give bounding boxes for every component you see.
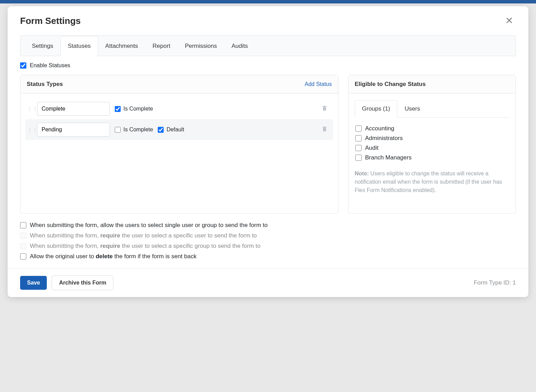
opt-require-user-label: When submitting the form, require the us… [30,232,257,239]
group-item: Audit [355,143,508,153]
text-fragment: the form if the form is sent back [113,253,197,260]
eligible-body: Groups (1) Users Accounting Administrato… [348,94,516,201]
group-list[interactable]: Accounting Administrators Audit Bra [355,124,509,163]
tab-permissions[interactable]: Permissions [178,36,224,56]
status-name-input[interactable] [37,102,110,116]
opt-allow-delete: Allow the original user to delete the fo… [20,253,516,260]
is-complete-checkbox[interactable] [115,106,121,112]
note-text: Users eligible to change the status will… [355,171,502,193]
group-item: Accounting [355,124,508,133]
main-tabs: Settings Statuses Attachments Report Per… [20,35,516,56]
text-fragment: When submitting the form, [30,243,100,249]
status-row: ⋮⋮ Is Complete Default [25,119,333,140]
opt-require-user: When submitting the form, require the us… [20,232,516,239]
text-fragment: the user to select a specific user to se… [120,232,257,239]
delete-status-button[interactable] [318,126,331,133]
text-bold: require [100,243,120,249]
status-name-input[interactable] [37,123,110,137]
enable-statuses-checkbox[interactable] [20,62,26,69]
is-complete-label: Is Complete [123,127,153,133]
opt-require-user-checkbox [20,233,26,239]
enable-statuses-label: Enable Statuses [30,62,70,69]
add-status-link[interactable]: Add Status [305,81,332,87]
eligible-card: Eligible to Change Status Groups (1) Use… [348,75,516,214]
eligible-note: Note: Users eligible to change the statu… [355,169,509,194]
tab-attachments[interactable]: Attachments [98,36,146,56]
text-bold: delete [96,253,113,260]
modal-footer: Save Archive this Form Form Type ID: 1 [8,268,528,297]
drag-handle-icon[interactable]: ⋮⋮ [27,106,32,112]
is-complete-group: Is Complete [115,127,153,133]
backdrop-top-bar [0,0,536,3]
eligible-title: Eligible to Change Status [355,81,426,88]
opt-allow-select-checkbox[interactable] [20,222,26,228]
group-checkbox[interactable] [355,125,362,132]
modal-body: Settings Statuses Attachments Report Per… [8,30,528,268]
tab-statuses[interactable]: Statuses [60,36,98,56]
opt-allow-select: When submitting the form, allow the user… [20,222,516,229]
text-bold: require [100,232,120,239]
group-item: Branch Managers [355,153,508,163]
default-group: Default [158,127,184,133]
submit-options: When submitting the form, allow the user… [20,222,516,260]
eligible-sub-tabs: Groups (1) Users [355,100,509,117]
enable-statuses-row: Enable Statuses [20,62,516,69]
status-types-card: Status Types Add Status ⋮⋮ Is Complete [20,75,338,214]
sub-tab-users[interactable]: Users [397,100,427,117]
form-type-id: Form Type ID: 1 [474,279,516,286]
save-button[interactable]: Save [20,276,47,290]
close-button[interactable]: ✕ [502,15,516,27]
opt-require-group: When submitting the form, require the us… [20,243,516,250]
close-icon: ✕ [505,15,513,26]
tab-settings[interactable]: Settings [25,36,60,56]
opt-allow-delete-checkbox[interactable] [20,253,26,260]
is-complete-group: Is Complete [115,106,153,112]
trash-icon [321,126,328,132]
delete-status-button[interactable] [318,105,331,113]
two-column-layout: Status Types Add Status ⋮⋮ Is Complete [20,75,516,214]
status-types-header: Status Types Add Status [20,75,338,94]
eligible-header: Eligible to Change Status [348,75,516,94]
sub-tab-groups[interactable]: Groups (1) [355,100,397,117]
group-checkbox[interactable] [355,155,362,161]
text-fragment: the user to select a specific group to s… [120,243,260,249]
modal-header: Form Settings ✕ [8,6,528,30]
archive-button[interactable]: Archive this Form [52,276,113,290]
tab-report[interactable]: Report [145,36,178,56]
opt-allow-select-label: When submitting the form, allow the user… [30,222,268,229]
group-checkbox[interactable] [355,135,362,141]
opt-allow-delete-label: Allow the original user to delete the fo… [30,253,197,260]
is-complete-label: Is Complete [123,106,153,112]
form-settings-modal: Form Settings ✕ Settings Statuses Attach… [8,6,528,297]
group-label: Audit [365,145,379,151]
default-checkbox[interactable] [158,127,164,133]
note-label: Note: [355,171,369,176]
trash-icon [321,105,328,111]
tab-audits[interactable]: Audits [224,36,255,56]
modal-title: Form Settings [20,16,81,26]
default-label: Default [166,127,184,133]
group-checkbox[interactable] [355,145,362,151]
group-item: Administrators [355,133,508,143]
group-label: Administrators [365,135,403,142]
form-type-id-label: Form Type ID: [474,279,512,286]
status-row: ⋮⋮ Is Complete [25,98,333,119]
opt-require-group-checkbox [20,243,26,249]
status-list: ⋮⋮ Is Complete ⋮⋮ [20,94,338,213]
drag-handle-icon[interactable]: ⋮⋮ [27,127,32,132]
form-type-id-value: 1 [513,279,516,286]
group-label: Accounting [365,125,394,132]
text-fragment: Allow the original user to [30,253,96,260]
opt-require-group-label: When submitting the form, require the us… [30,243,260,250]
text-fragment: When submitting the form, [30,232,100,239]
is-complete-checkbox[interactable] [115,127,121,133]
group-label: Branch Managers [365,154,412,161]
status-types-title: Status Types [27,81,63,88]
